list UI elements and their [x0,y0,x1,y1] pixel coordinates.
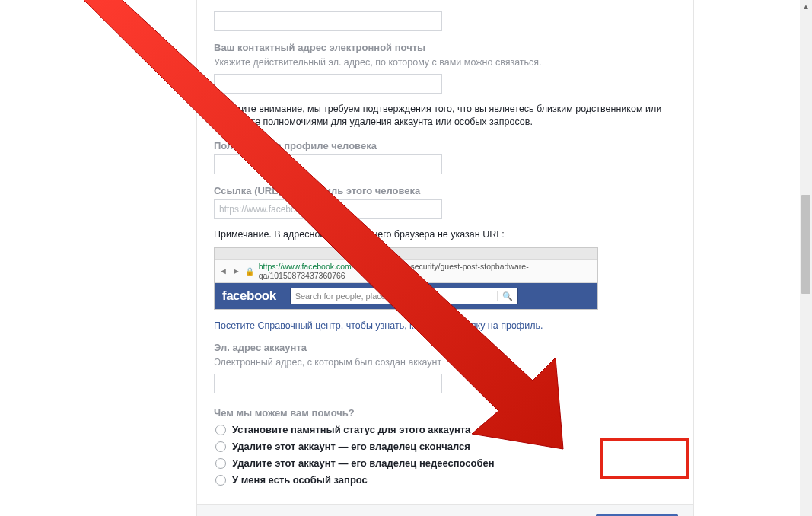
full-name-input[interactable] [214,154,442,174]
nav-back-icon: ◄ [219,266,228,276]
radio-icon[interactable] [215,425,226,435]
radio-icon[interactable] [215,441,226,452]
scrollbar-thumb[interactable] [801,195,810,294]
contact-email-label: Ваш контактный адрес электронной почты [214,42,677,53]
radio-icon[interactable] [215,475,226,486]
form-card: Ваш контактный адрес электронной почты У… [196,0,694,516]
radio-icon[interactable] [215,458,226,469]
option-delete-deceased[interactable]: Удалите этот аккаунт — его владелец скон… [215,441,677,452]
option-label: Установите памятный статус для этого акк… [232,424,470,435]
option-label: Удалите этот аккаунт — его владелец неде… [232,457,495,469]
profile-url-label: Ссылка (URL) на профиль этого человека [214,185,677,196]
nav-forward-icon: ► [232,266,240,276]
option-delete-incapacitated[interactable]: Удалите этот аккаунт — его владелец неде… [215,457,677,469]
facebook-logo: facebook [222,288,276,304]
help-center-link-line: Посетите Справочный центр, чтобы узнать,… [214,320,677,331]
browser-example: ◄ ► 🔒 https://www.facebook.com/notes/fac… [214,247,598,310]
example-url: https://www.facebook.com/notes/facebook-… [259,262,593,280]
account-email-input[interactable] [214,374,442,393]
lock-icon: 🔒 [245,267,254,276]
option-special-request[interactable]: У меня есть особый запрос [215,474,677,486]
contact-email-input[interactable] [214,74,442,94]
example-search-bar: Search for people, places and things 🔍 [290,288,518,304]
contact-email-hint: Укажите действительный эл. адрес, по кот… [214,56,677,69]
name-input[interactable] [214,11,442,31]
full-name-label: Полное имя в профиле человека [214,140,677,151]
search-icon: 🔍 [497,291,513,301]
help-question-label: Чем мы можем вам помочь? [214,407,677,419]
scrollbar-arrow-up-icon[interactable]: ▲ [800,0,812,12]
option-label: У меня есть особый запрос [232,474,368,486]
example-caption: Примечание. В адресной строке вашего бра… [214,228,677,242]
option-label: Удалите этот аккаунт — его владелец скон… [232,441,470,452]
account-email-hint: Электронный адрес, с которым был создан … [214,356,677,369]
scrollbar-track[interactable]: ▲ [800,0,812,516]
account-email-label: Эл. адрес аккаунта [214,342,677,353]
help-center-link[interactable]: Справочный центр [257,320,340,331]
form-footer: Отправить [197,504,693,516]
option-memorial[interactable]: Установите памятный статус для этого акк… [215,424,677,435]
notice-text: Обратите внимание, мы требуем подтвержде… [214,103,677,129]
profile-url-input[interactable] [214,199,442,219]
